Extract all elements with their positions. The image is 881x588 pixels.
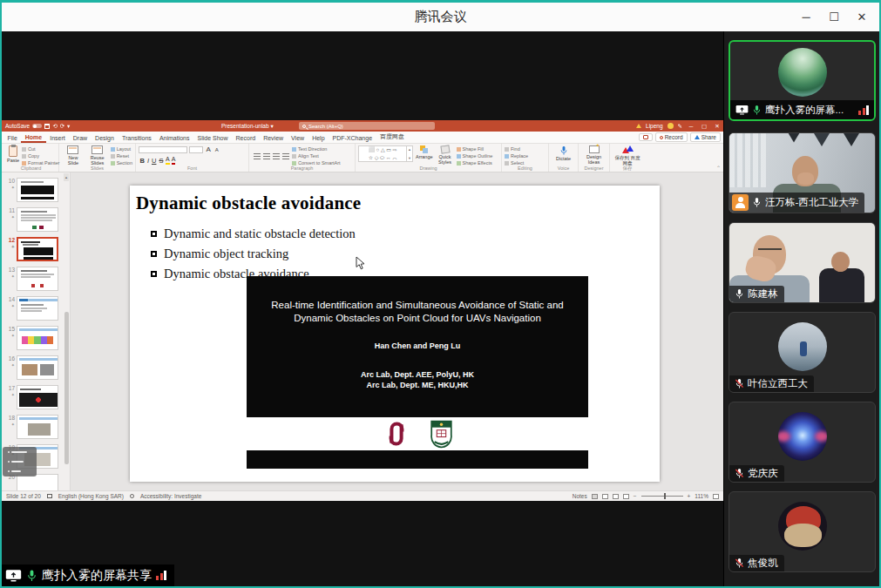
indent-increase-icon[interactable]	[282, 153, 289, 159]
participant-tile-avatar[interactable]: 党庆庆	[729, 402, 876, 483]
slide-sorter-view-icon[interactable]	[602, 494, 608, 499]
grow-font-button[interactable]: A	[207, 145, 211, 153]
tab-review[interactable]: Review	[260, 133, 288, 143]
bold-button[interactable]: B	[140, 157, 145, 165]
search-input[interactable]: Search (Alt+Q)	[299, 122, 435, 130]
slide-thumb-18[interactable]: 18✦	[3, 415, 70, 439]
display-settings-icon[interactable]	[47, 494, 52, 498]
paste-button[interactable]: Paste	[7, 145, 19, 163]
numbering-icon[interactable]	[263, 153, 270, 159]
slide-canvas[interactable]: Dynamic obstacle avoidance Dynamic and s…	[71, 172, 723, 490]
close-button[interactable]: ✕	[848, 10, 876, 24]
tab-help[interactable]: Help	[308, 133, 329, 143]
font-size-select[interactable]	[189, 146, 203, 153]
comments-button[interactable]	[639, 133, 653, 141]
tab-draw[interactable]: Draw	[69, 133, 91, 143]
design-ideas-button[interactable]: Design Ideas	[583, 145, 606, 165]
tab-transitions[interactable]: Transitions	[118, 133, 155, 143]
ppt-restore-button[interactable]: ▢	[700, 123, 708, 130]
slide-thumbnail[interactable]	[17, 296, 58, 321]
tab-design[interactable]: Design	[91, 133, 119, 143]
tab-pdf-xchange[interactable]: PDF-XChange	[329, 133, 376, 143]
arrange-button[interactable]: Arrange	[416, 145, 433, 159]
slide-thumbnail[interactable]	[17, 237, 58, 261]
shapes-gallery-scroll[interactable]: ▲ ▼	[407, 145, 413, 162]
normal-view-icon[interactable]	[592, 494, 598, 499]
shape-outline-button[interactable]: Shape Outline	[457, 153, 493, 159]
maximize-button[interactable]: ☐	[820, 10, 848, 24]
fit-to-window-icon[interactable]	[713, 494, 719, 499]
shrink-font-button[interactable]: A	[215, 147, 219, 152]
highlight-color-button[interactable]: A	[166, 156, 170, 165]
quick-access-dropdown-icon[interactable]: ▾	[67, 124, 70, 129]
accessibility-label[interactable]: Accessibility: Investigate	[140, 493, 201, 499]
undo-icon[interactable]: ⟲	[52, 124, 57, 129]
shapes-gallery[interactable]: ⬜ ○ △ ▭ ⇨ ☆ ◇ ⬭ ↔ ⌒	[358, 145, 407, 162]
slide-thumb-15[interactable]: 15✦	[3, 326, 70, 350]
slide-thumbnail[interactable]	[17, 355, 58, 380]
tab-record[interactable]: Record	[232, 133, 260, 143]
share-button[interactable]: Share	[690, 132, 721, 142]
participant-tile-avatar[interactable]: 叶信立西工大	[729, 312, 876, 393]
bullets-icon[interactable]	[254, 153, 261, 159]
slide-12[interactable]: Dynamic obstacle avoidance Dynamic and s…	[130, 186, 660, 482]
slideshow-view-icon[interactable]	[623, 494, 629, 499]
replace-button[interactable]: Replace	[505, 153, 528, 159]
font-color-button[interactable]: A	[172, 156, 176, 165]
slide-thumb-14[interactable]: 14✦	[3, 296, 70, 321]
slide-thumbnail[interactable]	[17, 385, 58, 409]
thumb-scroll-up-icon[interactable]: ▲	[64, 173, 69, 181]
tab-home[interactable]: Home	[21, 132, 45, 143]
slide-thumbnail[interactable]	[17, 415, 58, 439]
zoom-slider[interactable]	[641, 496, 683, 497]
copy-button[interactable]: Copy	[22, 153, 59, 159]
participant-tile-avatar[interactable]: 焦俊凯	[729, 491, 876, 572]
slide-thumbnail[interactable]	[17, 326, 58, 350]
dictate-button[interactable]: Dictate	[556, 145, 571, 161]
pen-icon[interactable]: ✎	[678, 124, 682, 129]
redo-icon[interactable]: ⟳	[60, 124, 64, 129]
reset-button[interactable]: Reset	[111, 153, 132, 159]
italic-button[interactable]: I	[147, 157, 149, 165]
zoom-level-label[interactable]: 111%	[695, 493, 708, 499]
text-direction-button[interactable]: Text Direction	[292, 146, 341, 152]
slide-thumb-16[interactable]: 16✦	[3, 355, 70, 380]
ppt-minimize-button[interactable]: ─	[687, 123, 695, 129]
account-name[interactable]: Lipeng	[646, 123, 663, 129]
strikethrough-button[interactable]: S	[159, 157, 163, 165]
underline-button[interactable]: U	[152, 157, 156, 165]
participant-tile-video[interactable]: 陈建林	[729, 222, 876, 303]
autosave-toggle[interactable]	[32, 124, 42, 128]
minimize-button[interactable]: ─	[792, 10, 820, 24]
notes-button[interactable]: Notes	[573, 493, 587, 499]
zoom-out-icon[interactable]: −	[634, 493, 637, 499]
reuse-slides-button[interactable]: Reuse Slides	[87, 145, 108, 166]
slide-thumb-10[interactable]: 10✦	[3, 178, 70, 202]
shape-fill-button[interactable]: Shape Fill	[457, 146, 493, 152]
record-button[interactable]: Record	[655, 132, 688, 142]
slide-thumb-13[interactable]: 13✦	[3, 267, 70, 291]
zoom-slider-thumb[interactable]	[664, 493, 667, 499]
update-warning-icon[interactable]	[636, 124, 641, 128]
collapse-ribbon-icon[interactable]: ⌃	[716, 165, 721, 171]
font-name-select[interactable]	[139, 146, 187, 153]
slide-thumb-11[interactable]: 11✦	[3, 207, 70, 232]
participant-tile-video[interactable]: 汪万栋-西北工业大学	[729, 132, 876, 213]
find-button[interactable]: Find	[505, 146, 528, 152]
participant-tile-sharer[interactable]: 鹰扑入雾的屏幕...	[729, 40, 876, 121]
tab-view[interactable]: View	[288, 133, 308, 143]
thumb-scrollbar[interactable]	[64, 312, 69, 464]
cut-button[interactable]: Cut	[22, 146, 59, 152]
tab-slide-show[interactable]: Slide Show	[193, 133, 232, 143]
save-to-baidu-button[interactable]: 保存到 百度网盘	[614, 145, 640, 166]
align-text-button[interactable]: Align Text	[292, 153, 341, 159]
slide-thumb-12-selected[interactable]: 12✦	[3, 237, 70, 261]
save-icon[interactable]	[44, 124, 50, 129]
slide-thumbnail[interactable]	[17, 267, 58, 291]
layout-button[interactable]: Layout	[111, 146, 132, 152]
screen-share-banner[interactable]: 鹰扑入雾的屏幕共享	[2, 564, 174, 586]
tab-animations[interactable]: Animations	[155, 133, 193, 143]
new-slide-button[interactable]: New Slide	[63, 145, 84, 166]
tab-baidu-netdisk[interactable]: 百度网盘	[376, 131, 409, 143]
ppt-close-button[interactable]: ✕	[713, 123, 722, 130]
